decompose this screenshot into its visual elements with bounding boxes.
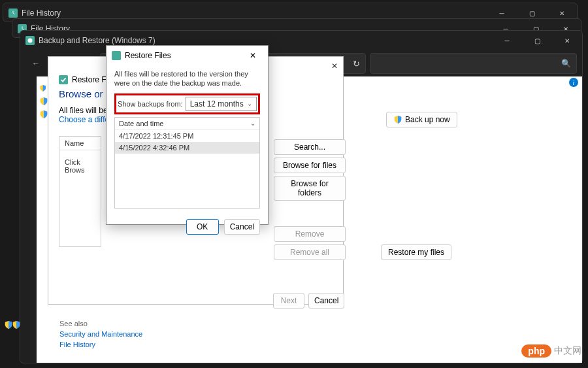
remove-button[interactable]: Remove [274,226,346,242]
nav-back-button[interactable]: ← [25,53,46,74]
refresh-icon[interactable]: ↻ [353,59,360,69]
dropdown-value: Last 12 months [190,99,244,109]
svg-rect-4 [59,75,68,84]
minimize-button[interactable]: ─ [492,31,522,50]
chevron-down-icon: ⌄ [250,120,255,127]
back-up-now-button[interactable]: Back up now [386,112,457,127]
next-button[interactable]: Next [273,293,304,309]
window-title-3: Backup and Restore (Windows 7) [39,36,155,45]
see-also-link-filehistory[interactable]: File History [59,341,142,348]
date-row[interactable]: 4/15/2022 4:32:46 PM [115,142,259,154]
shield-icon [4,320,13,329]
wizard-bottom-buttons: Next Cancel [273,293,344,309]
search-icon: 🔍 [561,59,571,68]
show-backups-label: Show backups from: [118,100,183,108]
dialog-body: All files will be restored to the versio… [106,65,268,212]
date-column-header[interactable]: Date and time ⌄ [115,118,259,130]
file-list-box: Name Click Brows [59,136,101,247]
dialog-instruction: All files will be restored to the versio… [114,69,260,88]
cancel-button[interactable]: Cancel [308,293,344,309]
svg-point-3 [28,39,33,43]
date-time-list[interactable]: Date and time ⌄ 4/17/2022 12:31:45 PM 4/… [114,117,260,209]
search-bar[interactable]: 🔍 [370,53,577,74]
restore-files-icon [112,51,121,60]
maximize-button[interactable]: ▢ [522,31,552,50]
file-list-header-name[interactable]: Name [59,137,101,150]
window-title-1: File History [22,8,61,18]
watermark: php 中文网 [521,344,581,358]
search-button[interactable]: Search... [274,139,346,155]
chevron-down-icon: ⌄ [247,100,252,107]
restore-my-files-button[interactable]: Restore my files [381,244,451,260]
shield-icon [39,110,48,119]
watermark-badge: php [521,344,551,358]
restore-files-icon [59,75,68,84]
remove-button-group: Remove Remove all [274,226,346,260]
browse-files-button[interactable]: Browse for files [274,158,346,173]
close-icon[interactable]: ✕ [331,61,338,71]
file-history-icon [8,8,18,18]
titlebar-3[interactable]: Backup and Restore (Windows 7) ─ ▢ ✕ [20,31,582,50]
shield-icon [39,97,48,106]
window-controls-3: ─ ▢ ✕ [492,31,582,50]
dialog-titlebar[interactable]: Restore Files ✕ [106,46,268,65]
dialog-close-button[interactable]: ✕ [243,48,263,63]
restore-files-dialog: Restore Files ✕ All files will be restor… [106,45,269,225]
dialog-title: Restore Files [125,51,171,60]
remove-all-button[interactable]: Remove all [274,244,346,260]
date-row[interactable]: 4/17/2022 12:31:45 PM [115,130,259,142]
backup-restore-icon [25,36,35,45]
see-also-heading: See also [59,320,142,327]
see-also-link-security[interactable]: Security and Maintenance [59,330,142,338]
info-icon[interactable]: i [569,78,578,87]
file-list-placeholder: Click Brows [59,150,101,182]
backups-range-dropdown[interactable]: Last 12 months ⌄ [186,97,257,111]
svg-rect-5 [112,51,121,60]
see-also-section: See also Security and Maintenance File H… [59,320,142,351]
watermark-text: 中文网 [554,345,581,357]
highlighted-dropdown-row: Show backups from: Last 12 months ⌄ [114,93,260,114]
close-button[interactable]: ✕ [552,31,582,50]
shield-icon [39,84,46,93]
dialog-buttons: OK Cancel [106,212,268,241]
browse-folders-button[interactable]: Browse for folders [274,176,346,201]
shield-icon [12,320,21,329]
shield-icon [393,115,402,124]
ok-button[interactable]: OK [186,219,219,235]
cancel-button[interactable]: Cancel [224,219,260,235]
browse-button-group: Search... Browse for files Browse for fo… [274,139,346,201]
